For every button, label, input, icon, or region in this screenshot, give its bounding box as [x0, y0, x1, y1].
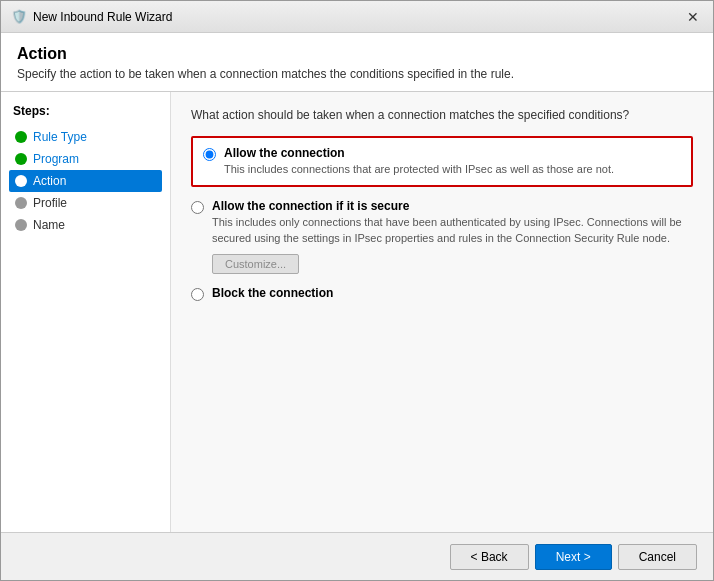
sidebar-item-name[interactable]: Name [9, 214, 162, 236]
option-allow-secure-container: Allow the connection if it is secure Thi… [191, 199, 693, 274]
wizard-window: 🛡️ New Inbound Rule Wizard ✕ Action Spec… [0, 0, 714, 581]
sidebar-item-label-profile: Profile [33, 196, 67, 210]
customize-button[interactable]: Customize... [212, 254, 299, 274]
option-block-content: Block the connection [212, 286, 333, 302]
option-allow-content: Allow the connection This includes conne… [224, 146, 614, 177]
option-allow-label: Allow the connection [224, 146, 614, 160]
title-bar-left: 🛡️ New Inbound Rule Wizard [11, 9, 172, 25]
option-allow-container: Allow the connection This includes conne… [203, 146, 681, 177]
back-button[interactable]: < Back [450, 544, 529, 570]
option-block-label: Block the connection [212, 286, 333, 300]
step-dot-action [15, 175, 27, 187]
option-block-area: Block the connection [191, 286, 693, 302]
header-area: Action Specify the action to be taken wh… [1, 33, 713, 92]
close-button[interactable]: ✕ [683, 7, 703, 27]
sidebar-item-profile[interactable]: Profile [9, 192, 162, 214]
window-title: New Inbound Rule Wizard [33, 10, 172, 24]
footer: < Back Next > Cancel [1, 532, 713, 580]
sidebar-item-label-program: Program [33, 152, 79, 166]
option-allow-secure-desc: This includes only connections that have… [212, 215, 693, 246]
option-block-container: Block the connection [191, 286, 693, 302]
steps-label: Steps: [9, 104, 162, 118]
cancel-button[interactable]: Cancel [618, 544, 697, 570]
page-title: Action [17, 45, 697, 63]
option-allow-secure-label: Allow the connection if it is secure [212, 199, 693, 213]
option-allow-secure-radio[interactable] [191, 201, 204, 214]
sidebar-item-action[interactable]: Action [9, 170, 162, 192]
main-content: What action should be taken when a conne… [171, 92, 713, 532]
next-button[interactable]: Next > [535, 544, 612, 570]
sidebar-item-label-rule-type: Rule Type [33, 130, 87, 144]
option-allow-secure-area: Allow the connection if it is secure Thi… [191, 199, 693, 274]
step-dot-name [15, 219, 27, 231]
sidebar-item-rule-type[interactable]: Rule Type [9, 126, 162, 148]
option-allow-desc: This includes connections that are prote… [224, 162, 614, 177]
option-allow-box: Allow the connection This includes conne… [191, 136, 693, 187]
sidebar: Steps: Rule Type Program Action Profile … [1, 92, 171, 532]
option-allow-radio[interactable] [203, 148, 216, 161]
question-text: What action should be taken when a conne… [191, 108, 693, 122]
title-bar: 🛡️ New Inbound Rule Wizard ✕ [1, 1, 713, 33]
step-dot-program [15, 153, 27, 165]
content-area: Steps: Rule Type Program Action Profile … [1, 92, 713, 532]
sidebar-item-program[interactable]: Program [9, 148, 162, 170]
page-description: Specify the action to be taken when a co… [17, 67, 697, 81]
sidebar-item-label-name: Name [33, 218, 65, 232]
sidebar-item-label-action: Action [33, 174, 66, 188]
step-dot-rule-type [15, 131, 27, 143]
window-icon: 🛡️ [11, 9, 27, 25]
option-allow-secure-content: Allow the connection if it is secure Thi… [212, 199, 693, 274]
option-block-radio[interactable] [191, 288, 204, 301]
step-dot-profile [15, 197, 27, 209]
